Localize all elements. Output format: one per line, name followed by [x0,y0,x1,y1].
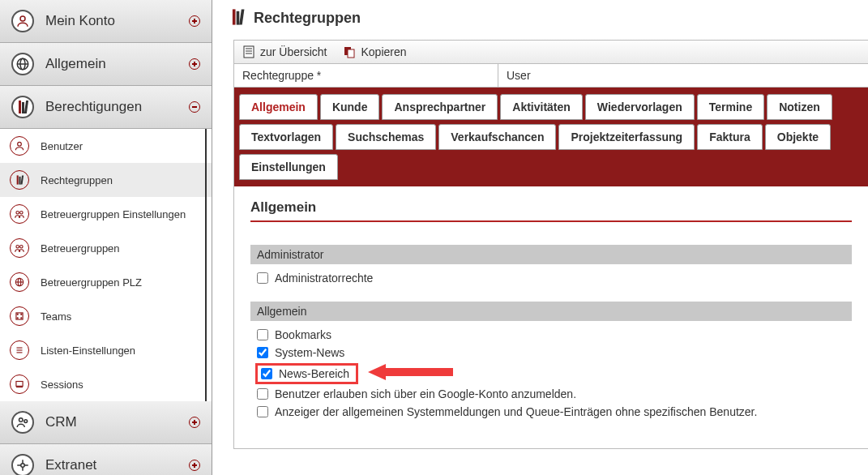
checkbox-label: Anzeiger der allgemeinen Systemmeldungen… [275,405,757,418]
toolbar: zur Übersicht Kopieren [234,41,868,64]
group-icon [10,238,29,258]
sidebar-item-benutzer[interactable]: Benutzer [0,129,212,163]
sidebar-item-betreuergruppen[interactable]: Betreuergruppen [0,231,212,265]
nav-section-allgemein[interactable]: Allgemein [0,43,212,86]
team-icon [10,306,29,326]
main-content: Rechtegruppen zur Übersicht Kopieren Rec… [212,0,868,475]
globe-icon [11,53,34,75]
books-icon [233,11,242,26]
checkbox-google-login[interactable]: Benutzer erlauben sich über ein Google-K… [250,385,852,403]
collapse-icon [189,101,200,113]
nav-section-crm[interactable]: CRM [0,401,212,444]
form-row-rechtegruppe: Rechtegruppe * User [234,64,868,88]
checkbox-systemmeldungen[interactable]: Anzeiger der allgemeinen Systemmeldungen… [250,403,852,421]
nav-section-berechtigungen[interactable]: Berechtigungen [0,86,212,129]
page-header: Rechtegruppen [233,6,868,40]
sidebar: Mein Konto Allgemein Berechtigungen Benu… [0,0,212,475]
svg-rect-29 [244,46,254,58]
checkbox-input[interactable] [257,388,268,400]
sub-item-label: Listen-Einstellungen [41,344,135,357]
form-value[interactable]: User [498,64,868,87]
svg-point-8 [20,246,23,249]
sidebar-item-teams[interactable]: Teams [0,299,212,333]
tab-textvorlagen[interactable]: Textvorlagen [239,124,333,150]
tab-einstellungen[interactable]: Einstellungen [239,154,338,180]
svg-point-16 [21,318,22,319]
svg-point-23 [24,420,28,423]
svg-point-24 [21,464,25,468]
form-label: Rechtegruppe * [234,64,498,87]
content-frame: zur Übersicht Kopieren Rechtegruppe * Us… [233,40,868,449]
sidebar-item-betreuergruppen-plz[interactable]: Betreuergruppen PLZ [0,265,212,299]
checkbox-input[interactable] [257,329,268,340]
sidebar-item-betreuergruppen-einst[interactable]: Betreuergruppen Einstellungen [0,197,212,231]
svg-point-13 [17,314,18,315]
tab-kunde[interactable]: Kunde [320,94,380,120]
user-icon [10,136,29,156]
group-allgemein: Allgemein Bookmarks System-News News-Ber… [250,302,852,421]
books-icon [11,96,34,118]
checkbox-system-news[interactable]: System-News [250,344,852,362]
globe-icon [10,272,29,292]
sessions-icon [10,374,29,394]
tab-wiedervorlagen[interactable]: Wiedervorlagen [585,94,695,120]
checkbox-input[interactable] [257,347,268,358]
sidebar-item-rechtegruppen[interactable]: Rechtegruppen [0,163,212,197]
svg-point-14 [21,314,22,315]
users-icon [11,411,34,434]
tab-ansprechpartner[interactable]: Ansprechpartner [382,94,498,120]
tab-termine[interactable]: Termine [697,94,764,120]
tab-projektzeiterfassung[interactable]: Projektzeiterfassung [558,124,695,150]
sub-item-label: Betreuergruppen [41,242,120,255]
sidebar-item-listen[interactable]: Listen-Einstellungen [0,333,212,367]
checkbox-input[interactable] [257,406,268,417]
checkbox-bookmarks[interactable]: Bookmarks [250,326,852,344]
svg-point-0 [20,16,25,21]
expand-icon [189,417,200,428]
checkbox-label: Bookmarks [275,328,331,341]
tabs-row-1: Allgemein Kunde Ansprechpartner Aktivitä… [239,94,863,120]
checkbox-label: Administratorrechte [275,272,373,285]
list-icon [10,340,29,360]
checkbox-label: Benutzer erlauben sich über ein Google-K… [275,387,576,400]
tab-objekte[interactable]: Objekte [765,124,831,150]
toolbar-copy[interactable]: Kopieren [343,45,406,58]
toolbar-overview[interactable]: zur Übersicht [242,45,327,58]
sub-item-label: Betreuergruppen Einstellungen [41,208,186,220]
tab-faktura[interactable]: Faktura [697,124,763,150]
tabs-row-2: Textvorlagen Suchschemas Verkaufschancen… [239,124,863,150]
expand-icon [189,15,200,27]
extranet-icon [11,454,34,475]
tab-notizen[interactable]: Notizen [767,94,832,120]
expand-icon [189,58,200,70]
checkbox-input[interactable] [261,368,272,379]
tab-aktivitaeten[interactable]: Aktivitäten [500,94,583,120]
sidebar-item-sessions[interactable]: Sessions [0,367,212,401]
checkbox-input[interactable] [257,272,268,284]
page-title: Rechtegruppen [254,10,361,27]
arrow-icon [368,362,453,385]
checkbox-administratorrechte[interactable]: Administratorrechte [250,269,852,287]
user-icon [11,10,34,32]
annotation-highlight: News-Bereich [255,363,358,384]
svg-rect-34 [348,49,354,58]
nav-section-meinkonto[interactable]: Mein Konto [0,0,212,43]
sub-item-label: Rechtegruppen [41,174,113,186]
svg-point-22 [19,418,24,422]
tab-allgemein[interactable]: Allgemein [239,94,318,120]
toolbar-label: Kopieren [361,45,406,58]
nav-label: CRM [45,414,189,430]
group-administrator: Administrator Administratorrechte [250,245,852,287]
nav-label: Mein Konto [45,13,189,29]
tab-suchschemas[interactable]: Suchschemas [336,124,436,150]
section-title: Allgemein [250,199,852,222]
checkbox-news-bereich[interactable]: News-Bereich [259,367,351,380]
tab-verkaufschancen[interactable]: Verkaufschancen [438,124,556,150]
svg-point-15 [17,318,18,319]
tabs-container: Allgemein Kunde Ansprechpartner Aktivitä… [234,88,868,186]
checkbox-label: System-News [275,346,344,359]
checkbox-label: News-Bereich [279,367,349,380]
tabs-row-3: Einstellungen [239,154,863,180]
active-indicator [205,129,207,401]
nav-section-extranet[interactable]: Extranet [0,444,212,475]
